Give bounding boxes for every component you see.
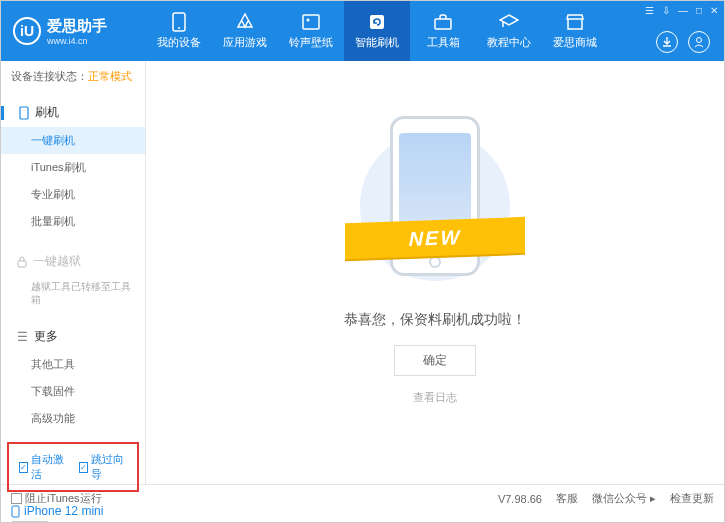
sidebar-more-title[interactable]: ☰ 更多	[1, 322, 145, 351]
device-icon	[11, 505, 20, 518]
connection-status: 设备连接状态：正常模式	[1, 61, 145, 92]
nav-my-device[interactable]: 我的设备	[146, 1, 212, 61]
svg-rect-5	[435, 19, 451, 29]
auto-activate-checkbox[interactable]: ✓自动激活	[19, 452, 67, 482]
header-actions	[656, 31, 710, 53]
main-nav: 我的设备 应用游戏 铃声壁纸 智能刷机 工具箱 教程中心 爱思商城	[146, 1, 608, 61]
app-name: 爱思助手	[47, 17, 107, 36]
menu-small-icon: ☰	[17, 330, 28, 344]
options-box: ✓自动激活 ✓跳过向导	[7, 442, 139, 492]
block-itunes-checkbox[interactable]: 阻止iTunes运行	[11, 491, 102, 506]
svg-point-6	[697, 38, 702, 43]
sidebar-item-advanced[interactable]: 高级功能	[1, 405, 145, 432]
sidebar-item-pro[interactable]: 专业刷机	[1, 181, 145, 208]
minimize-icon[interactable]: —	[678, 5, 688, 16]
title-bar: iU 爱思助手 www.i4.cn 我的设备 应用游戏 铃声壁纸 智能刷机 工具…	[1, 1, 724, 61]
app-url: www.i4.cn	[47, 36, 107, 46]
view-log-link[interactable]: 查看日志	[413, 390, 457, 405]
apps-icon	[235, 12, 255, 32]
logo-area: iU 爱思助手 www.i4.cn	[1, 17, 146, 46]
sidebar-item-other[interactable]: 其他工具	[1, 351, 145, 378]
skip-guide-checkbox[interactable]: ✓跳过向导	[79, 452, 127, 482]
svg-point-3	[307, 19, 310, 22]
main-content: NEW 恭喜您，保资料刷机成功啦！ 确定 查看日志	[146, 61, 724, 484]
nav-flash[interactable]: 智能刷机	[344, 1, 410, 61]
sidebar-item-firmware[interactable]: 下载固件	[1, 378, 145, 405]
phone-icon	[169, 12, 189, 32]
lock-small-icon	[17, 256, 27, 268]
download-button[interactable]	[656, 31, 678, 53]
user-button[interactable]	[688, 31, 710, 53]
svg-rect-7	[20, 107, 28, 119]
version-label: V7.98.66	[498, 493, 542, 505]
new-ribbon: NEW	[345, 216, 525, 258]
device-name[interactable]: iPhone 12 mini	[11, 504, 135, 518]
wallpaper-icon	[301, 12, 321, 32]
maximize-icon[interactable]: □	[696, 5, 702, 16]
nav-ringtones[interactable]: 铃声壁纸	[278, 1, 344, 61]
update-link[interactable]: 检查更新	[670, 491, 714, 506]
nav-toolbox[interactable]: 工具箱	[410, 1, 476, 61]
nav-apps[interactable]: 应用游戏	[212, 1, 278, 61]
nav-tutorials[interactable]: 教程中心	[476, 1, 542, 61]
ok-button[interactable]: 确定	[394, 345, 476, 376]
svg-rect-8	[18, 261, 26, 267]
toolbox-icon	[433, 12, 453, 32]
svg-rect-9	[12, 506, 19, 517]
phone-illustration: NEW	[365, 111, 505, 291]
sidebar-item-batch[interactable]: 批量刷机	[1, 208, 145, 235]
window-controls: ☰ ⇩ — □ ✕	[645, 5, 718, 16]
graduation-icon	[499, 12, 519, 32]
sidebar-jailbreak-title[interactable]: 一键越狱	[1, 247, 145, 276]
jailbreak-note: 越狱工具已转移至工具箱	[1, 276, 145, 310]
sidebar: 设备连接状态：正常模式 刷机 一键刷机 iTunes刷机 专业刷机 批量刷机 一…	[1, 61, 146, 484]
app-logo-icon: iU	[13, 17, 41, 45]
svg-rect-2	[303, 15, 319, 29]
nav-store[interactable]: 爱思商城	[542, 1, 608, 61]
support-link[interactable]: 客服	[556, 491, 578, 506]
phone-small-icon	[19, 106, 29, 120]
menu-icon[interactable]: ☰	[645, 5, 654, 16]
svg-point-1	[178, 27, 180, 29]
lock-icon[interactable]: ⇩	[662, 5, 670, 16]
close-icon[interactable]: ✕	[710, 5, 718, 16]
sidebar-item-itunes[interactable]: iTunes刷机	[1, 154, 145, 181]
svg-rect-4	[370, 15, 384, 29]
sidebar-flash-title[interactable]: 刷机	[1, 98, 145, 127]
refresh-icon	[367, 12, 387, 32]
success-message: 恭喜您，保资料刷机成功啦！	[344, 311, 526, 329]
wechat-link[interactable]: 微信公众号 ▸	[592, 491, 656, 506]
store-icon	[565, 12, 585, 32]
sidebar-item-oneclick[interactable]: 一键刷机	[1, 127, 145, 154]
